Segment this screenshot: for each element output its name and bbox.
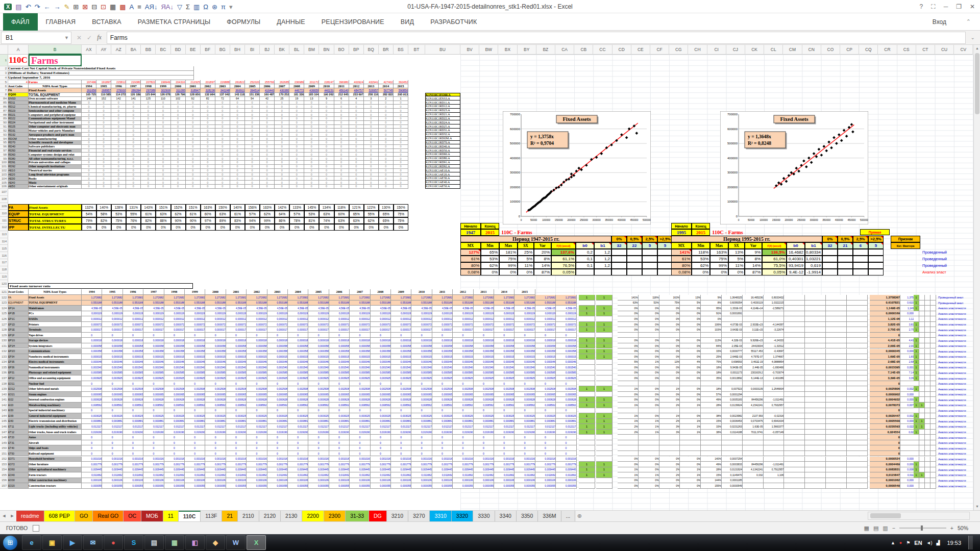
cell[interactable]: 0 (432, 333, 453, 338)
tab-nav-next-icon[interactable]: ► (8, 511, 16, 521)
cell[interactable] (919, 360, 925, 365)
cell[interactable]: 0,003925 (288, 375, 308, 381)
cell[interactable]: 144% (701, 478, 722, 484)
cell[interactable]: 0,000119 (288, 311, 308, 317)
cell[interactable]: 0 (289, 169, 304, 173)
cell[interactable]: 128% (111, 204, 126, 211)
cell[interactable]: 0 (186, 141, 201, 145)
cell[interactable]: 0,009445 (247, 467, 267, 473)
cell[interactable]: 1 (579, 462, 595, 467)
cell[interactable]: 0 (156, 141, 170, 145)
cell[interactable]: 0,001016 (164, 457, 185, 462)
cell[interactable]: 6 (334, 97, 349, 101)
cell[interactable]: 0 (494, 451, 514, 457)
cell[interactable] (925, 300, 930, 306)
cell[interactable]: 0 (141, 145, 156, 149)
cell[interactable]: 0 (349, 185, 364, 189)
cell[interactable]: 0 (304, 149, 319, 153)
cell[interactable]: 0,003025 (432, 413, 453, 419)
cell[interactable]: 75% (111, 217, 126, 224)
cell[interactable]: 0 (96, 101, 111, 105)
cell[interactable]: 0 (319, 173, 334, 177)
row-header-136[interactable]: 136 (0, 370, 8, 376)
row-header-89[interactable]: 89 (0, 117, 8, 121)
cell[interactable]: 1,272682 (494, 295, 514, 300)
cell[interactable] (914, 435, 919, 440)
cell[interactable]: 0 (304, 133, 319, 137)
cell[interactable] (826, 349, 847, 355)
cell[interactable]: 0 (260, 173, 275, 177)
cell[interactable] (722, 435, 743, 440)
cell[interactable]: 0 (308, 451, 329, 457)
cell[interactable]: 0,011662 (288, 472, 308, 478)
cell[interactable]: 3 (364, 97, 379, 101)
cell[interactable]: 137 042 (215, 93, 230, 97)
cell[interactable]: Asset Codes (8, 84, 29, 88)
cell[interactable]: 0 (289, 113, 304, 117)
cell[interactable]: 0,000012 (164, 316, 185, 322)
cell[interactable]: 0,003025 (288, 413, 308, 419)
cell[interactable]: 0,000018 (226, 338, 247, 343)
cell[interactable]: 0,000358 (494, 349, 514, 355)
cell[interactable]: 65% (379, 217, 394, 224)
cell[interactable]: 0 (304, 177, 319, 181)
cell[interactable]: 0% (680, 311, 701, 317)
cell[interactable]: 91% (701, 311, 722, 317)
cell[interactable]: 0,024554 (870, 430, 900, 435)
cell[interactable]: 212325 (186, 80, 201, 84)
cell[interactable]: 0,000055 (556, 483, 576, 489)
zoom-slider-thumb[interactable] (921, 525, 923, 531)
cell[interactable]: 60% (334, 211, 349, 217)
cell[interactable] (925, 424, 930, 430)
cell[interactable]: 0 (304, 173, 319, 177)
cell[interactable]: 0 (349, 141, 364, 145)
cell[interactable]: 0,000018 (123, 338, 143, 343)
cell[interactable]: 84456296 (743, 397, 764, 403)
cell[interactable]: 0,001540 (514, 365, 535, 370)
cell[interactable]: 0,000628 (185, 397, 205, 403)
row-header-97[interactable]: 97 (0, 149, 8, 153)
cell[interactable]: 4,56E-05 (391, 306, 411, 311)
cell[interactable]: RD12 (8, 105, 29, 109)
cell[interactable]: 0,000628 (288, 397, 308, 403)
column-header-CF[interactable]: CF (650, 45, 669, 55)
cell[interactable]: 0,000585 (474, 370, 494, 376)
cell[interactable]: 0,008562 (82, 403, 102, 408)
row-header-126[interactable]: 126 (0, 316, 8, 322)
cell[interactable]: 0,000585 (267, 370, 288, 376)
column-header-CT[interactable]: CT (916, 45, 935, 55)
cell[interactable]: 0,001016 (185, 457, 205, 462)
cell[interactable]: 0 (102, 445, 122, 451)
cell[interactable]: 4,56E-05 (185, 306, 205, 311)
cell[interactable]: 0 (334, 125, 349, 129)
cell[interactable]: 0,000018 (267, 338, 288, 343)
cell[interactable]: 0 (111, 117, 126, 121)
cell[interactable]: EQ00 (8, 93, 29, 97)
cell[interactable]: 0 (230, 129, 245, 133)
cell[interactable]: 0% (171, 224, 186, 231)
column-header-CS[interactable]: CS (897, 45, 916, 55)
cell[interactable]: 0 (494, 440, 514, 446)
cell[interactable]: 62% (260, 211, 275, 217)
cell[interactable]: 0 (350, 408, 370, 414)
cell[interactable]: 0 (156, 185, 170, 189)
cell[interactable]: 18% (701, 370, 722, 376)
cell[interactable]: 0 (111, 169, 126, 173)
cell[interactable] (847, 306, 868, 311)
cell[interactable]: 0 (394, 157, 408, 161)
cell[interactable]: 0 (126, 145, 141, 149)
cell[interactable]: 0 (350, 451, 370, 457)
fx-icon[interactable]: fx (97, 34, 102, 41)
cell[interactable]: 0 (96, 165, 111, 169)
cell[interactable]: 0,008562 (205, 403, 226, 408)
cell[interactable]: 1,272682 (226, 295, 247, 300)
cell[interactable]: 0,000017 (185, 327, 205, 333)
cell[interactable]: 134% (319, 204, 334, 211)
cell[interactable]: 0,000058 (82, 343, 102, 349)
cell[interactable]: 0 (126, 105, 141, 109)
cell[interactable]: 122% (364, 204, 379, 211)
cell[interactable]: 0,008562 (391, 403, 411, 408)
cell[interactable]: 0,000881 (164, 419, 185, 424)
cell[interactable]: 7011,9741 (743, 430, 764, 435)
cell[interactable]: 0,008562 (308, 403, 329, 408)
